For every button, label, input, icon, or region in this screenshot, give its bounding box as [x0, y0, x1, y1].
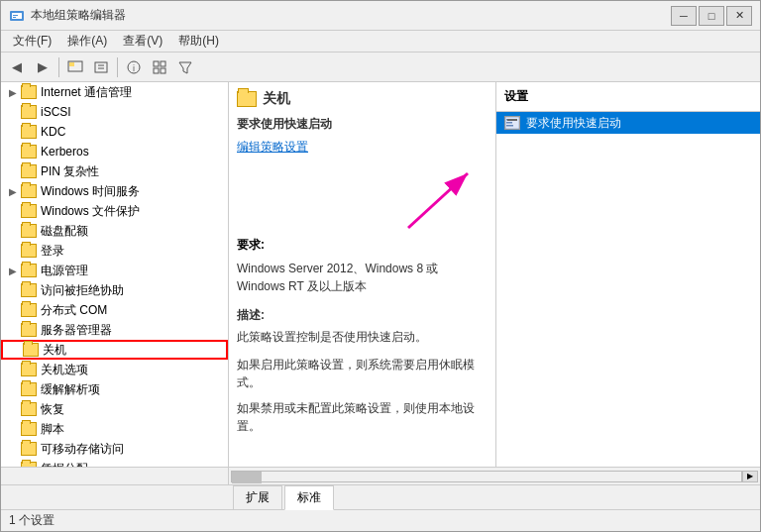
desc-section: 描述: 此策略设置控制是否使用快速启动。 — [237, 307, 488, 346]
folder-icon-distributed — [21, 303, 37, 317]
status-bar: 1 个设置 — [1, 509, 760, 531]
svg-text:i: i — [133, 63, 135, 73]
folder-icon-disk — [21, 224, 37, 238]
expand-icon-shutdown — [7, 342, 23, 358]
maximize-button[interactable]: □ — [699, 6, 724, 26]
svg-rect-2 — [13, 15, 18, 16]
folder-icon-script — [21, 422, 37, 436]
title-bar: 本地组策略编辑器 ─ □ ✕ — [1, 1, 760, 31]
menu-action[interactable]: 操作(A) — [59, 31, 115, 52]
expand-icon-windows-file — [5, 203, 21, 219]
if-enabled-text: 如果启用此策略设置，则系统需要启用休眠模式。 — [237, 356, 488, 391]
tree-item-kdc[interactable]: KDC — [1, 122, 228, 142]
panel-folder-icon — [237, 91, 257, 107]
expand-icon-access — [5, 282, 21, 298]
tree-item-credential[interactable]: 凭据分配 — [1, 459, 228, 467]
svg-rect-20 — [506, 122, 512, 124]
scroll-right-button[interactable]: ▶ — [742, 471, 758, 482]
tree-item-login[interactable]: 登录 — [1, 241, 228, 261]
right-item-fast-startup[interactable]: 要求使用快速启动 — [496, 112, 760, 134]
edit-policy-link[interactable]: 编辑策略设置 — [237, 140, 308, 154]
folder-icon-power — [21, 264, 37, 277]
main-content: ▶ Internet 通信管理 iSCSI KDC Kerberos — [1, 82, 760, 467]
tree-item-internet[interactable]: ▶ Internet 通信管理 — [1, 82, 228, 102]
toolbar-separator-2 — [117, 57, 118, 77]
up-button[interactable] — [63, 55, 87, 79]
expand-icon-script — [5, 421, 21, 437]
policy-item-icon — [504, 116, 520, 130]
window-controls: ─ □ ✕ — [671, 6, 752, 26]
show-button[interactable] — [89, 55, 113, 79]
svg-rect-13 — [154, 68, 159, 73]
tree-item-distributed[interactable]: 分布式 COM — [1, 300, 228, 320]
require-text: Windows Server 2012、Windows 8 或 Windows … — [237, 260, 488, 295]
tree-item-script[interactable]: 脚本 — [1, 419, 228, 439]
expand-icon-kerberos — [5, 144, 21, 160]
folder-icon-kerberos — [21, 145, 37, 159]
panel-title: 关机 — [237, 90, 488, 108]
tree-item-removable[interactable]: 可移动存储访问 — [1, 439, 228, 459]
folder-icon-removable — [21, 442, 37, 456]
main-window: 本地组策略编辑器 ─ □ ✕ 文件(F) 操作(A) 查看(V) 帮助(H) ◀… — [0, 0, 761, 532]
back-button[interactable]: ◀ — [5, 55, 29, 79]
filter-button[interactable] — [173, 55, 197, 79]
folder-icon-access — [21, 283, 37, 297]
svg-rect-19 — [506, 119, 514, 121]
svg-rect-3 — [13, 17, 16, 18]
tree-item-kerberos[interactable]: Kerberos — [1, 142, 228, 161]
tree-item-access[interactable]: 访问被拒绝协助 — [1, 280, 228, 300]
expand-icon-restore — [5, 401, 21, 417]
expand-icon-pin — [5, 163, 21, 179]
menu-file[interactable]: 文件(F) — [5, 31, 59, 52]
svg-rect-11 — [154, 61, 159, 66]
menu-view[interactable]: 查看(V) — [115, 31, 170, 52]
scrollbar-area: ▶ — [1, 468, 760, 485]
minimize-button[interactable]: ─ — [671, 6, 697, 26]
expand-icon-power: ▶ — [5, 263, 21, 278]
tree-item-iscsi[interactable]: iSCSI — [1, 102, 228, 122]
properties-button[interactable]: i — [122, 55, 146, 79]
tab-standard[interactable]: 标准 — [284, 485, 334, 510]
expand-icon-kdc — [5, 124, 21, 140]
tree-item-shutdown[interactable]: 关机 — [1, 340, 228, 360]
svg-rect-21 — [506, 125, 513, 127]
folder-icon-service-mgr — [21, 323, 37, 337]
folder-icon-kdc — [21, 125, 37, 139]
tree-item-service-mgr[interactable]: 服务器管理器 — [1, 320, 228, 340]
horizontal-scrollbar[interactable] — [231, 471, 742, 482]
forward-button[interactable]: ▶ — [31, 55, 54, 79]
svg-line-17 — [408, 173, 468, 228]
expand-icon-distributed — [5, 302, 21, 318]
tree-item-windows-time[interactable]: ▶ Windows 时间服务 — [1, 181, 228, 201]
svg-rect-14 — [161, 68, 165, 73]
expand-icon-slow-resolve — [5, 381, 21, 397]
toolbar-separator-1 — [58, 57, 59, 77]
tree-item-pin[interactable]: PIN 复杂性 — [1, 161, 228, 181]
tree-item-shutdown-options[interactable]: 关机选项 — [1, 360, 228, 379]
bottom-section: ▶ 扩展 标准 — [1, 467, 760, 509]
expand-icon-internet: ▶ — [5, 84, 21, 100]
tab-expand[interactable]: 扩展 — [233, 485, 282, 509]
app-icon — [9, 8, 25, 24]
grid-button[interactable] — [148, 55, 171, 79]
tree-item-windows-file[interactable]: Windows 文件保护 — [1, 201, 228, 221]
folder-icon-windows-time — [21, 184, 37, 198]
close-button[interactable]: ✕ — [726, 6, 752, 26]
tree-item-restore[interactable]: 恢复 — [1, 399, 228, 419]
tree-item-slow-resolve[interactable]: 缓解解析项 — [1, 379, 228, 399]
expand-icon-removable — [5, 441, 21, 457]
middle-panel: 关机 要求使用快速启动 编辑策略设置 — [229, 82, 496, 467]
scrollbar-thumb — [232, 472, 262, 483]
expand-icon-iscsi — [5, 104, 21, 120]
folder-icon-iscsi — [21, 105, 37, 119]
tree-item-disk[interactable]: 磁盘配额 — [1, 221, 228, 241]
desc-text: 此策略设置控制是否使用快速启动。 — [237, 328, 488, 346]
expand-icon-windows-time: ▶ — [5, 183, 21, 199]
right-panel: 设置 要求使用快速启动 — [496, 82, 760, 467]
tab-bar: 扩展 标准 — [229, 485, 760, 509]
svg-rect-5 — [69, 62, 74, 66]
menu-bar: 文件(F) 操作(A) 查看(V) 帮助(H) — [1, 31, 760, 53]
menu-help[interactable]: 帮助(H) — [170, 31, 227, 52]
svg-rect-6 — [95, 62, 107, 72]
tree-item-power[interactable]: ▶ 电源管理 — [1, 261, 228, 280]
